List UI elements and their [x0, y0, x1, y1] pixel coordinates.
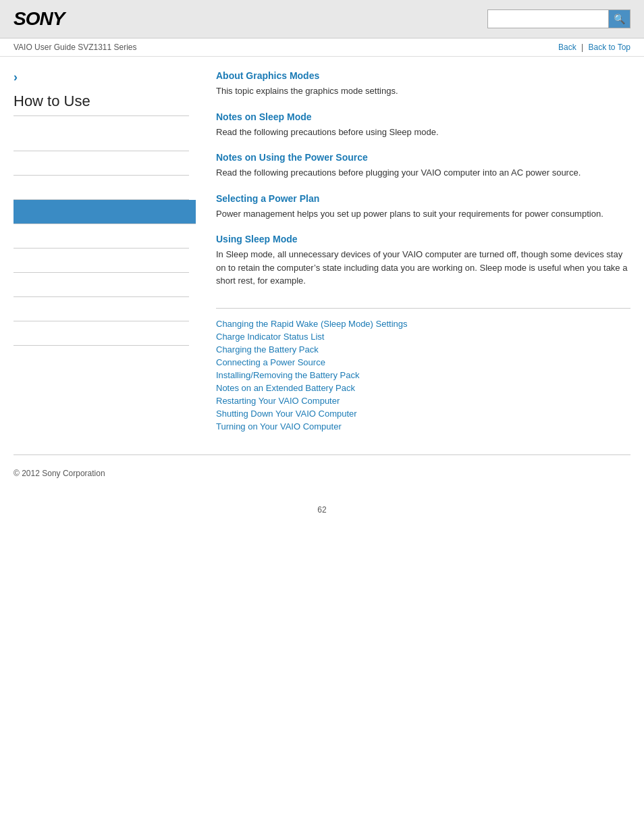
topic-title-using-sleep[interactable]: Using Sleep Mode: [216, 234, 630, 244]
topic-desc-about-graphics: This topic explains the graphics mode se…: [216, 84, 630, 98]
related-link-6[interactable]: Restarting Your VAIO Computer: [216, 396, 630, 406]
back-link[interactable]: Back: [558, 43, 576, 52]
related-link-0[interactable]: Changing the Rapid Wake (Sleep Mode) Set…: [216, 319, 630, 329]
related-link-8[interactable]: Turning on Your VAIO Computer: [216, 421, 630, 432]
guide-title: VAIO User Guide SVZ1311 Series: [14, 43, 137, 52]
sidebar-link[interactable]: [14, 157, 16, 167]
page-number: 62: [0, 492, 644, 521]
sidebar-nav: [14, 127, 189, 346]
search-area: 🔍: [487, 9, 630, 28]
topic-power-plan: Selecting a Power Plan Power management …: [216, 193, 630, 221]
sidebar-link[interactable]: [14, 327, 16, 337]
related-link-3[interactable]: Connecting a Power Source: [216, 357, 630, 367]
sidebar-item: [14, 249, 189, 273]
nav-separator: |: [581, 43, 583, 52]
sidebar-item: [14, 273, 189, 297]
footer-divider: [14, 454, 630, 455]
sidebar-link[interactable]: [14, 230, 16, 240]
sony-logo: SONY: [14, 8, 64, 30]
topic-desc-using-sleep: In Sleep mode, all unnecessary devices o…: [216, 248, 630, 288]
sidebar: › How to Use: [14, 70, 203, 434]
related-link-5[interactable]: Notes on an Extended Battery Pack: [216, 383, 630, 393]
footer: © 2012 Sony Corporation: [0, 462, 644, 492]
topic-desc-power-source: Read the following precautions before pl…: [216, 166, 630, 180]
main-layout: › How to Use About Graphics Modes This t…: [0, 57, 644, 434]
topic-power-source: Notes on Using the Power Source Read the…: [216, 152, 630, 180]
topic-title-power-source[interactable]: Notes on Using the Power Source: [216, 152, 630, 163]
back-to-top-link[interactable]: Back to Top: [589, 43, 630, 52]
sidebar-link[interactable]: [14, 181, 16, 191]
related-link-7[interactable]: Shutting Down Your VAIO Computer: [216, 409, 630, 419]
sidebar-item-active[interactable]: [14, 200, 196, 224]
sidebar-title: How to Use: [14, 93, 189, 116]
related-links-section: Changing the Rapid Wake (Sleep Mode) Set…: [216, 308, 630, 432]
related-link-4[interactable]: Installing/Removing the Battery Pack: [216, 370, 630, 380]
related-link-1[interactable]: Charge Indicator Status List: [216, 332, 630, 342]
sidebar-link[interactable]: [14, 278, 16, 288]
search-input[interactable]: [487, 9, 609, 28]
sidebar-item: [14, 224, 189, 249]
sidebar-item: [14, 151, 189, 176]
search-button[interactable]: 🔍: [609, 9, 630, 28]
topic-sleep-mode: Notes on Sleep Mode Read the following p…: [216, 111, 630, 139]
sidebar-item: [14, 297, 189, 321]
sidebar-chevron: ›: [14, 70, 189, 84]
topic-desc-sleep-mode: Read the following precautions before us…: [216, 126, 630, 139]
sidebar-item: [14, 176, 189, 200]
sidebar-link-active[interactable]: [20, 205, 23, 215]
topic-using-sleep: Using Sleep Mode In Sleep mode, all unne…: [216, 234, 630, 288]
copyright: © 2012 Sony Corporation: [14, 469, 105, 478]
sidebar-link[interactable]: [14, 254, 16, 264]
topic-desc-power-plan: Power management helps you set up power …: [216, 207, 630, 221]
sidebar-link[interactable]: [14, 132, 16, 142]
content-area: About Graphics Modes This topic explains…: [203, 70, 630, 434]
sidebar-item: [14, 321, 189, 346]
sidebar-link[interactable]: [14, 303, 16, 313]
header: SONY 🔍: [0, 0, 644, 38]
sidebar-item: [14, 127, 189, 151]
nav-links: Back | Back to Top: [558, 43, 630, 52]
topic-title-power-plan[interactable]: Selecting a Power Plan: [216, 193, 630, 204]
topic-title-about-graphics[interactable]: About Graphics Modes: [216, 70, 630, 81]
related-link-2[interactable]: Charging the Battery Pack: [216, 344, 630, 355]
topic-about-graphics: About Graphics Modes This topic explains…: [216, 70, 630, 98]
topic-title-sleep-mode[interactable]: Notes on Sleep Mode: [216, 111, 630, 122]
subheader: VAIO User Guide SVZ1311 Series Back | Ba…: [0, 38, 644, 57]
search-icon: 🔍: [614, 14, 625, 24]
